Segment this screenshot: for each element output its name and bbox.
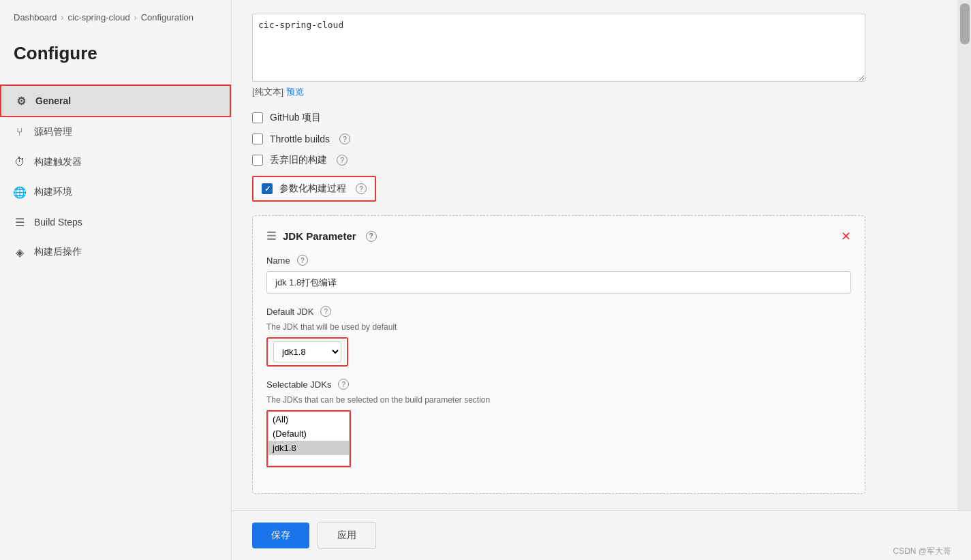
scrollbar-thumb[interactable] [960,3,970,44]
breadcrumb: Dashboard › cic-spring-cloud › Configura… [0,0,231,29]
page-wrapper: cic-spring-cloud [纯文本] 预览 GitHub 项目 Thro… [232,0,971,560]
scrollbar-panel [957,0,971,510]
breadcrumb-sep-2: › [134,13,137,22]
selectable-jdks-label-text: Selectable JDKs [266,379,331,390]
selectable-jdks-field-group: Selectable JDKs ? The JDKs that can be s… [266,379,851,467]
sidebar-item-source[interactable]: ⑂ 源码管理 [0,117,231,147]
preview-link[interactable]: 预览 [286,87,304,97]
description-textarea[interactable]: cic-spring-cloud [252,14,865,82]
breadcrumb-project[interactable]: cic-spring-cloud [68,12,130,22]
jdk-panel-close-button[interactable]: ✕ [841,230,851,243]
sidebar-item-trigger-label: 构建触发器 [34,156,82,168]
sidebar-item-general-label: General [35,95,71,106]
default-jdk-select[interactable]: jdk1.8 [273,341,341,362]
sidebar-item-general[interactable]: ⚙ General [0,84,231,117]
jdk-panel-title: ☰ JDK Parameter ? [266,230,377,243]
sidebar-item-steps-label: Build Steps [34,217,82,228]
github-checkbox-row: GitHub 项目 [252,112,937,124]
gear-icon: ⚙ [15,95,27,107]
name-field-group: Name ? [266,255,851,294]
breadcrumb-config[interactable]: Configuration [141,12,194,22]
sidebar-item-trigger[interactable]: ⏱ 构建触发器 [0,147,231,177]
name-label-text: Name [266,255,290,266]
selectable-jdks-description: The JDKs that can be selected on the bui… [266,395,851,405]
jdk-listbox-container: (All) (Default) jdk1.8 [266,410,351,467]
sidebar-item-env-label: 构建环境 [34,186,72,198]
breadcrumb-dashboard[interactable]: Dashboard [14,12,57,22]
env-icon: 🌐 [14,186,26,198]
sidebar-item-post-label: 构建后操作 [34,246,82,258]
name-field-label: Name ? [266,255,851,266]
post-icon: ◈ [14,246,26,258]
default-jdk-select-container: jdk1.8 [266,337,348,367]
discard-help-icon[interactable]: ? [337,155,348,166]
jdk-panel: ☰ JDK Parameter ? ✕ Name ? [252,215,865,494]
discard-checkbox-row: 丢弃旧的构建 ? [252,154,937,166]
github-checkbox[interactable] [252,112,263,123]
throttle-checkbox[interactable] [252,134,263,144]
parameterize-help-icon[interactable]: ? [356,183,367,194]
trigger-icon: ⏱ [14,156,26,168]
text-mode-label: [纯文本] [252,87,283,97]
selectable-jdks-help-icon[interactable]: ? [338,379,349,390]
drag-handle-icon[interactable]: ☰ [266,230,276,243]
throttle-label: Throttle builds [270,134,330,144]
source-icon: ⑂ [14,126,26,138]
jdk-panel-header: ☰ JDK Parameter ? ✕ [266,230,851,243]
sidebar-item-post[interactable]: ◈ 构建后操作 [0,237,231,267]
jdk-listbox[interactable]: (All) (Default) jdk1.8 [268,411,350,466]
default-jdk-description: The JDK that will be used by default [266,322,851,332]
text-mode-row: [纯文本] 预览 [252,86,937,98]
jdk-panel-help-icon[interactable]: ? [366,231,377,242]
name-help-icon[interactable]: ? [297,255,308,266]
default-jdk-help-icon[interactable]: ? [320,306,331,317]
default-jdk-field-label: Default JDK ? [266,306,851,317]
options-section: GitHub 项目 Throttle builds ? 丢弃旧的构建 ? [252,112,937,202]
discard-checkbox[interactable] [252,155,263,166]
name-input[interactable] [266,271,851,294]
parameterize-checkbox-row-highlighted: 参数化构建过程 ? [252,176,376,202]
steps-icon: ☰ [14,216,26,228]
configure-title: Configure [0,29,231,84]
nav-menu: ⚙ General ⑂ 源码管理 ⏱ 构建触发器 🌐 构建环境 ☰ Build … [0,84,231,267]
watermark: CSDN @军大哥 [890,543,954,560]
throttle-help-icon[interactable]: ? [339,134,350,144]
main-content: cic-spring-cloud [纯文本] 预览 GitHub 项目 Thro… [232,0,957,510]
action-bar: 保存 应用 [232,510,971,560]
sidebar-item-steps[interactable]: ☰ Build Steps [0,207,231,237]
parameterize-checkbox[interactable] [262,183,273,194]
parameterize-label: 参数化构建过程 [279,183,346,195]
sidebar: Dashboard › cic-spring-cloud › Configura… [0,0,232,560]
sidebar-item-source-label: 源码管理 [34,126,72,138]
breadcrumb-sep-1: › [61,13,64,22]
sidebar-item-env[interactable]: 🌐 构建环境 [0,177,231,207]
default-jdk-field-group: Default JDK ? The JDK that will be used … [266,306,851,367]
discard-label: 丢弃旧的构建 [270,154,327,166]
default-jdk-label-text: Default JDK [266,307,313,317]
save-button[interactable]: 保存 [252,523,309,548]
content-area: cic-spring-cloud [纯文本] 预览 GitHub 项目 Thro… [232,0,971,510]
jdk-panel-title-text: JDK Parameter [283,230,356,242]
throttle-checkbox-row: Throttle builds ? [252,134,937,144]
github-label: GitHub 项目 [270,112,321,124]
apply-button[interactable]: 应用 [318,522,376,549]
scrollbar-track[interactable] [957,0,971,510]
selectable-jdks-field-label: Selectable JDKs ? [266,379,851,390]
